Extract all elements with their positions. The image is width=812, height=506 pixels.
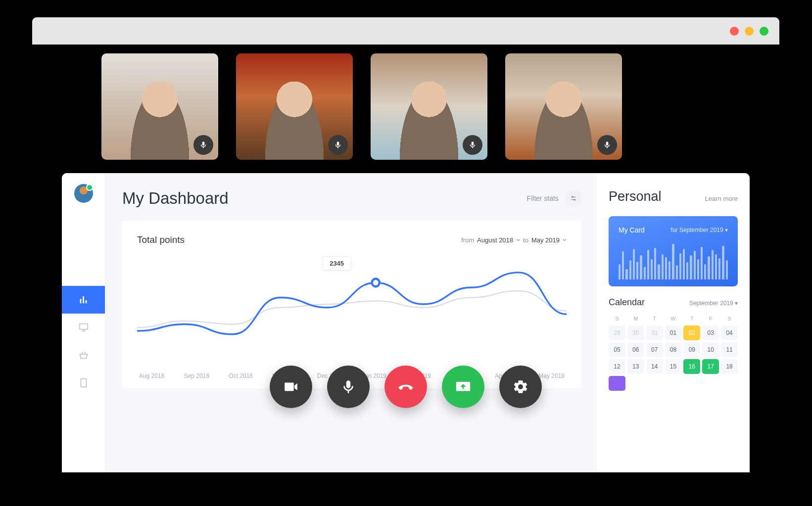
calendar-day[interactable]: 07 [646,342,663,357]
calendar-day[interactable]: 09 [683,342,700,357]
spark-bar [651,259,653,279]
sidebar-item-document[interactable] [62,369,105,397]
calendar-month-selector[interactable]: September 2019 ▾ [689,300,738,307]
dow-label: F [702,316,719,322]
participant-thumbnail[interactable] [236,53,353,160]
calendar-day[interactable]: 11 [721,342,738,357]
calendar-day[interactable]: 03 [702,325,719,340]
calendar-day[interactable]: 04 [721,325,738,340]
calendar-day[interactable]: 05 [609,342,625,357]
my-card-widget[interactable]: My Card for September 2019 ▾ [609,216,738,286]
participant-mic-button[interactable] [193,135,213,155]
chevron-down-icon [516,238,520,242]
spark-bar [715,254,717,279]
spark-bar [676,265,678,279]
spark-bar [718,258,720,279]
total-points-card: Total points from August 2018 to May 201… [122,221,581,388]
share-screen-button[interactable] [442,366,484,408]
points-chart[interactable]: 2345 [137,255,567,367]
participants-row [32,45,779,160]
calendar-day[interactable]: 31 [646,325,663,340]
participant-mic-button[interactable] [597,135,617,155]
calendar-day[interactable]: 02 [683,325,700,340]
toggle-video-button[interactable] [270,366,312,408]
spark-bar [697,259,699,279]
calendar-days-of-week: SMTWTFS [609,316,738,322]
spark-bar [690,255,692,279]
app-window: My Dashboard Filter stats Total points f… [32,17,779,472]
calendar-day[interactable]: 30 [627,325,644,340]
calendar-day[interactable]: 29 [609,325,625,340]
calendar-day[interactable] [609,376,625,391]
calendar-day[interactable]: 08 [665,342,682,357]
spark-bar [722,246,724,279]
hang-up-button[interactable] [384,366,427,408]
calendar-day[interactable]: 18 [721,359,738,374]
close-window-button[interactable] [730,27,739,36]
spark-bar [625,269,627,279]
dow-label: T [646,316,663,322]
calendar-title: Calendar [609,297,645,308]
x-tick: Aug 2018 [139,372,164,379]
participant-video-placeholder [260,76,329,160]
sidebar-item-analytics[interactable] [62,286,105,314]
minimize-window-button[interactable] [745,27,754,36]
calendar-day[interactable]: 16 [683,359,700,374]
microphone-icon [199,140,208,149]
chart-svg [137,255,567,367]
calendar-day[interactable]: 01 [665,325,682,340]
sidebar-item-basket[interactable] [62,341,105,369]
filter-stats-button[interactable]: Filter stats [526,190,581,206]
dow-label: T [683,316,700,322]
right-panel-title: Personal [609,189,662,204]
participant-thumbnail[interactable] [371,53,487,160]
spark-bar [636,262,638,279]
date-range-selector[interactable]: from August 2018 to May 2019 [461,236,567,244]
spark-bar [647,250,649,279]
spark-bar [644,267,646,279]
x-tick: Oct 2018 [229,372,253,379]
calendar-day[interactable]: 12 [609,359,625,374]
calendar-day[interactable]: 15 [665,359,682,374]
basket-icon [78,350,89,361]
calendar-day[interactable]: 17 [702,359,719,374]
spark-bar [686,262,688,279]
toggle-mic-button[interactable] [327,366,370,408]
spark-bar [712,250,714,279]
participant-thumbnail[interactable] [505,53,622,160]
learn-more-link[interactable]: Learn more [705,195,738,202]
sidebar-item-presentation[interactable] [62,314,105,341]
maximize-window-button[interactable] [760,27,768,36]
svg-rect-0 [79,324,88,329]
spark-bar [633,249,635,279]
participant-video-placeholder [125,76,194,160]
gear-icon [512,378,529,395]
user-avatar[interactable] [74,184,93,203]
svg-rect-1 [81,379,86,387]
spark-bar [679,253,681,279]
spark-bar [694,251,696,279]
settings-button[interactable] [499,366,542,408]
spark-bar [708,256,710,279]
calendar-day[interactable]: 06 [627,342,644,357]
participant-mic-button[interactable] [463,135,482,155]
spark-bar [704,264,706,279]
spark-bar [619,264,621,279]
my-card-period: September 2019 [679,227,723,233]
chart-tooltip: 2345 [322,256,351,271]
microphone-icon [603,140,612,149]
share-screen-icon [455,378,472,395]
svg-point-2 [572,196,573,198]
spark-bar [662,254,664,279]
calendar-day[interactable]: 13 [627,359,644,374]
dow-label: W [665,316,682,322]
sidebar [62,173,105,472]
calendar-day[interactable]: 10 [702,342,719,357]
calendar-day[interactable]: 14 [646,359,663,374]
participant-video-placeholder [529,76,598,160]
x-tick: May 2019 [538,372,565,379]
participant-mic-button[interactable] [328,135,348,155]
main-content: My Dashboard Filter stats Total points f… [105,173,596,472]
participant-thumbnail[interactable] [101,53,218,160]
sidebar-nav [62,286,105,397]
